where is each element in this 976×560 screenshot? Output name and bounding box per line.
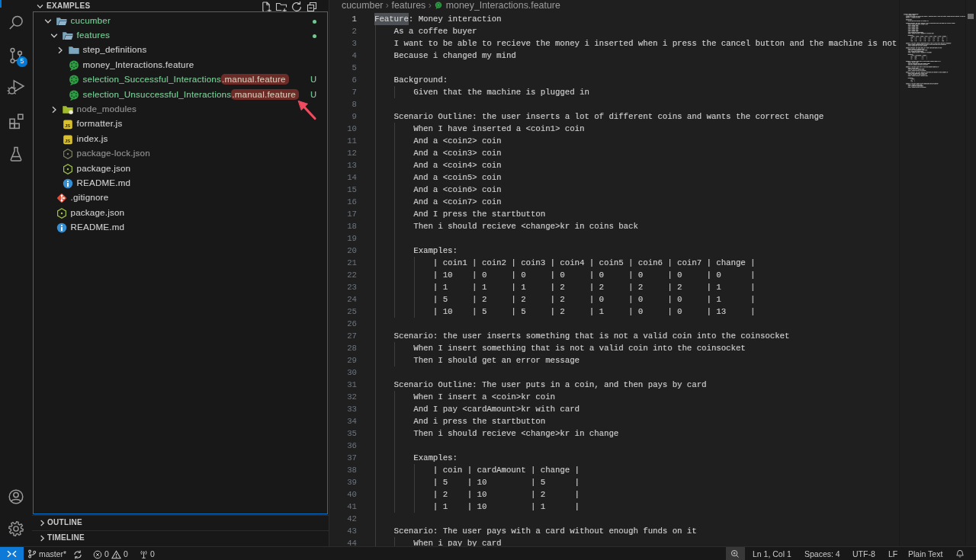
svg-text:JS: JS [65, 138, 70, 142]
svg-text:JS: JS [65, 123, 70, 128]
